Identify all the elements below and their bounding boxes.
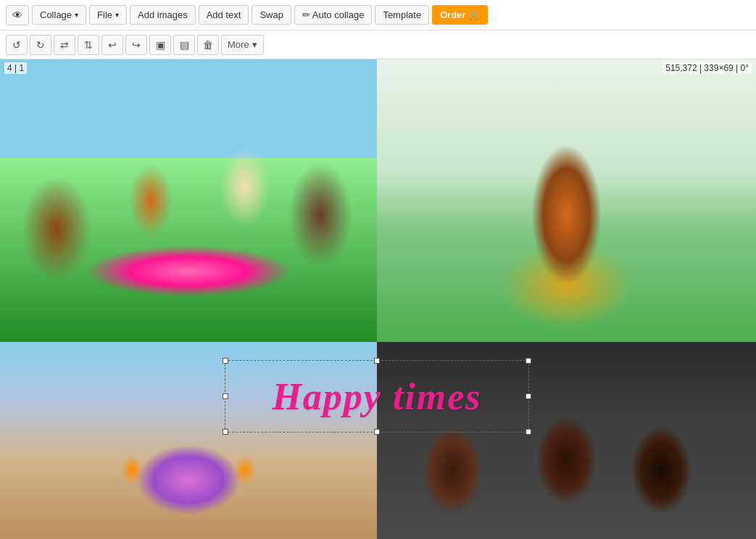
second-toolbar: ↺ ↻ ⇄ ⇅ ↩ ↪ ▣ ▤ 🗑 More ▾ (0, 30, 756, 59)
order-label: Order 🛒 (440, 9, 480, 20)
swap-label: Swap (259, 9, 283, 20)
rotate-right-icon: ↻ (36, 39, 45, 51)
photo-cell-2[interactable] (377, 59, 756, 342)
template-label: Template (383, 9, 421, 20)
collage-button[interactable]: Collage ▾ (32, 5, 86, 25)
redo-button[interactable]: ↪ (125, 35, 147, 55)
add-text-label: Add text (207, 9, 241, 20)
status-left: 4 | 1 (4, 62, 27, 74)
trash-icon: 🗑 (203, 39, 213, 51)
collage-grid (0, 59, 756, 539)
file-label: File (97, 9, 112, 20)
collage-label: Collage (40, 9, 72, 20)
more-dropdown-arrow: ▾ (252, 39, 257, 50)
flip-vertical-button[interactable]: ⇅ (78, 35, 99, 55)
delete-button[interactable]: 🗑 (197, 35, 219, 55)
frame-icon: ▤ (180, 39, 189, 51)
flip-horizontal-button[interactable]: ⇄ (54, 35, 75, 55)
crop-icon: ▣ (156, 39, 165, 51)
rotate-left-icon: ↺ (12, 39, 21, 51)
auto-collage-label: ✏ Auto collage (302, 9, 364, 20)
rotate-left-button[interactable]: ↺ (6, 35, 28, 55)
add-images-label: Add images (138, 9, 188, 20)
template-button[interactable]: Template (375, 5, 429, 25)
status-right-text: 515,372 | 339×69 | 0° (665, 63, 749, 73)
file-dropdown-arrow: ▾ (115, 11, 119, 19)
order-button[interactable]: Order 🛒 (432, 5, 488, 25)
rotate-right-button[interactable]: ↻ (30, 35, 51, 55)
photo-cell-4[interactable] (377, 342, 756, 539)
redo-icon: ↪ (132, 39, 141, 51)
add-images-button[interactable]: Add images (130, 5, 196, 25)
more-label: More (228, 39, 249, 50)
swap-button[interactable]: Swap (252, 5, 291, 25)
status-left-text: 4 | 1 (7, 63, 24, 73)
collage-dropdown-arrow: ▾ (75, 11, 78, 19)
status-right: 515,372 | 339×69 | 0° (662, 62, 752, 74)
eye-icon: 👁 (12, 9, 22, 21)
photo-cell-3[interactable] (0, 342, 377, 539)
top-toolbar: 👁 Collage ▾ File ▾ Add images Add text S… (0, 0, 756, 30)
more-button[interactable]: More ▾ (221, 35, 264, 55)
flip-h-icon: ⇄ (60, 39, 69, 51)
crop-button[interactable]: ▣ (149, 35, 171, 55)
frame-button[interactable]: ▤ (173, 35, 195, 55)
file-button[interactable]: File ▾ (89, 5, 127, 25)
undo-icon: ↩ (108, 39, 117, 51)
eye-button[interactable]: 👁 (6, 5, 29, 25)
undo-button[interactable]: ↩ (101, 35, 123, 55)
add-text-button[interactable]: Add text (199, 5, 249, 25)
photo-cell-1[interactable] (0, 59, 377, 342)
flip-v-icon: ⇅ (84, 39, 93, 51)
canvas-area: 4 | 1 515,372 | 339×69 | 0° Happy times (0, 59, 756, 539)
auto-collage-button[interactable]: ✏ Auto collage (294, 5, 372, 25)
